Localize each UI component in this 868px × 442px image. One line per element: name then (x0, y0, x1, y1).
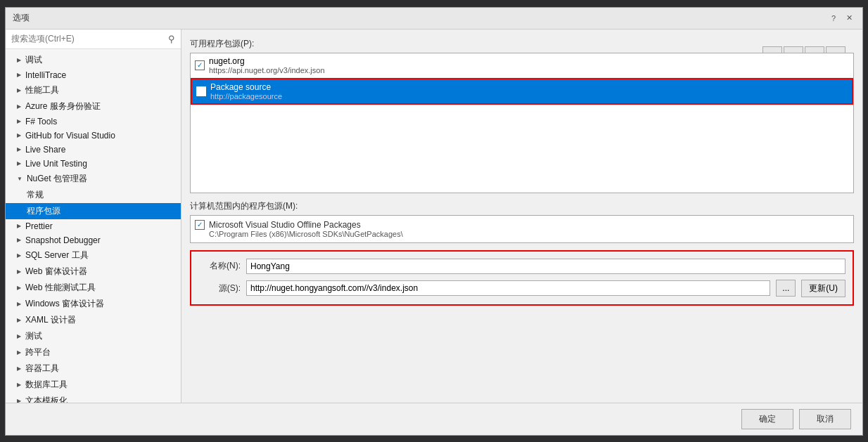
name-label: 名称(N): (198, 260, 241, 272)
package-checkbox[interactable]: ✓ (195, 60, 205, 70)
dialog: 选项 ? ✕ ⚲ 调试IntelliTrace性能工具Azure 服务身份验证F… (5, 7, 863, 436)
tree: 调试IntelliTrace性能工具Azure 服务身份验证F# ToolsGi… (6, 49, 181, 403)
title-controls: ? ✕ (827, 12, 855, 25)
cancel-button[interactable]: 取消 (799, 409, 851, 429)
source-label: 源(S): (198, 282, 241, 294)
package-info: Package sourcehttp://packagesource (210, 82, 282, 100)
sidebar-item[interactable]: IntelliTrace (6, 68, 181, 82)
ok-button[interactable]: 确定 (741, 409, 793, 429)
source-row: 源(S): ... 更新(U) (198, 280, 845, 297)
sidebar-item[interactable]: Prettier (6, 219, 181, 233)
sidebar-item[interactable]: Azure 服务身份验证 (6, 98, 181, 115)
name-input[interactable] (246, 259, 845, 274)
help-button[interactable]: ? (827, 12, 840, 25)
machine-path: C:\Program Files (x86)\Microsoft SDKs\Nu… (209, 230, 403, 238)
available-sources-section: 可用程序包源(P): ✓nuget.orghttps://api.nuget.o… (190, 38, 854, 193)
dialog-body: ⚲ 调试IntelliTrace性能工具Azure 服务身份验证F# Tools… (6, 30, 862, 403)
dialog-title: 选项 (13, 12, 30, 24)
sidebar-item[interactable]: GitHub for Visual Studio (6, 129, 181, 143)
sidebar-item[interactable]: 容器工具 (6, 360, 181, 377)
browse-button[interactable]: ... (776, 280, 796, 297)
sidebar-item[interactable]: Live Unit Testing (6, 157, 181, 171)
package-url: http://packagesource (210, 92, 282, 100)
source-input[interactable] (246, 280, 770, 296)
package-name: Package source (210, 82, 282, 92)
package-item[interactable]: ✓Package sourcehttp://packagesource (191, 78, 853, 105)
sidebar-item[interactable]: Windows 窗体设计器 (6, 296, 181, 312)
sidebar-item[interactable]: 跨平台 (6, 344, 181, 360)
sidebar-item[interactable]: Snapshot Debugger (6, 233, 181, 247)
sidebar-item[interactable]: NuGet 包管理器 (6, 171, 181, 187)
available-packages-list: ✓nuget.orghttps://api.nuget.org/v3/index… (190, 53, 854, 193)
update-button[interactable]: 更新(U) (801, 280, 845, 297)
sidebar-item[interactable]: F# Tools (6, 115, 181, 129)
machine-packages-list: ✓Microsoft Visual Studio Offline Package… (190, 215, 854, 243)
package-checkbox[interactable]: ✓ (196, 86, 206, 96)
sidebar-item[interactable]: Web 性能测试工具 (6, 280, 181, 296)
title-bar: 选项 ? ✕ (6, 8, 862, 30)
machine-name: Microsoft Visual Studio Offline Packages (209, 220, 403, 230)
sidebar-item[interactable]: 常规 (6, 187, 181, 203)
content-wrapper: + ✕ ↑ ↓ 可用程序包源(P): ✓nuget.orghttps://api… (190, 38, 854, 394)
sidebar-item[interactable]: 性能工具 (6, 82, 181, 98)
sidebar-item[interactable]: XAML 设计器 (6, 312, 181, 328)
name-row: 名称(N): (198, 259, 845, 274)
package-name: nuget.org (209, 56, 325, 66)
sidebar-item[interactable]: Live Share (6, 143, 181, 157)
sidebar-item[interactable]: 调试 (6, 52, 181, 68)
dialog-footer: 确定 取消 (6, 403, 862, 435)
package-url: https://api.nuget.org/v3/index.json (209, 66, 325, 74)
content-area: + ✕ ↑ ↓ 可用程序包源(P): ✓nuget.orghttps://api… (181, 30, 862, 403)
sidebar-item[interactable]: Web 窗体设计器 (6, 264, 181, 280)
machine-package-item: ✓Microsoft Visual Studio Offline Package… (195, 219, 849, 240)
sidebar-item[interactable]: 数据库工具 (6, 377, 181, 393)
machine-info: Microsoft Visual Studio Offline Packages… (209, 220, 403, 238)
machine-checkbox[interactable]: ✓ (195, 220, 205, 230)
close-button[interactable]: ✕ (843, 12, 855, 25)
search-input[interactable] (11, 34, 168, 44)
available-sources-label: 可用程序包源(P): (190, 38, 854, 50)
sidebar-item[interactable]: SQL Server 工具 (6, 247, 181, 264)
sidebar-item[interactable]: 测试 (6, 328, 181, 344)
sidebar-item[interactable]: 文本模板化 (6, 393, 181, 403)
machine-sources-section: 计算机范围内的程序包源(M): ✓Microsoft Visual Studio… (190, 200, 854, 243)
search-box: ⚲ (6, 30, 181, 49)
sidebar: ⚲ 调试IntelliTrace性能工具Azure 服务身份验证F# Tools… (6, 30, 181, 403)
search-icon: ⚲ (168, 34, 175, 44)
package-info: nuget.orghttps://api.nuget.org/v3/index.… (209, 56, 325, 74)
machine-sources-label: 计算机范围内的程序包源(M): (190, 200, 854, 212)
source-form: 名称(N): 源(S): ... 更新(U) (190, 250, 854, 306)
package-item[interactable]: ✓nuget.orghttps://api.nuget.org/v3/index… (191, 53, 853, 78)
sidebar-item[interactable]: 程序包源 (6, 203, 181, 219)
